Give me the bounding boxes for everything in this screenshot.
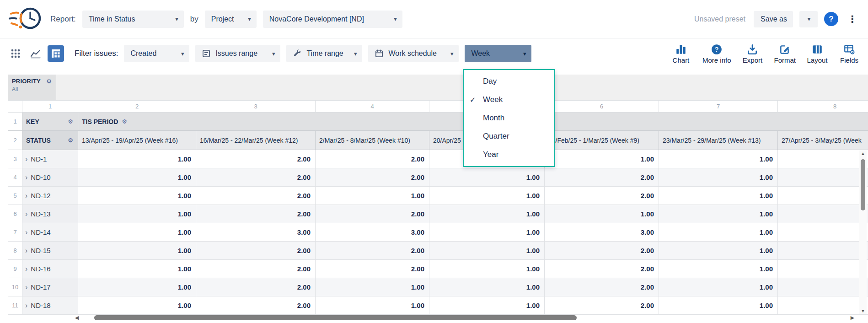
value-cell[interactable]: 2.00 [316,205,429,223]
value-cell[interactable]: 2.00 [196,168,316,187]
value-cell[interactable]: 2.00 [196,260,316,278]
week-column-header[interactable]: 23/Mar/25 - 29/Mar/25 (Week #13) [659,131,778,150]
period-select-open[interactable]: Week ▾ [465,45,531,62]
value-cell[interactable]: 2.00 [196,278,316,296]
gear-icon[interactable]: ⚙ [122,118,127,125]
value-cell[interactable]: 1.00 [429,296,545,315]
issue-key-cell[interactable]: ›ND-1 [22,150,78,168]
value-cell[interactable]: 2.00 [316,242,429,260]
expand-row-icon[interactable]: › [25,301,27,309]
issue-key-cell[interactable]: ›ND-17 [22,278,78,296]
period-option-quarter[interactable]: Quarter [464,127,554,145]
value-cell[interactable]: 2.00 [196,296,316,315]
issue-key-cell[interactable]: ›ND-15 [22,242,78,260]
value-cell[interactable]: 1.00 [429,260,545,278]
group-by-select[interactable]: Project ▾ [205,11,257,28]
gear-icon[interactable]: ⚙ [68,137,73,144]
vertical-scrollbar[interactable]: ▲ ▼ [859,150,867,314]
value-cell[interactable] [778,278,868,296]
value-cell[interactable]: 3.00 [196,223,316,242]
value-cell[interactable]: 2.00 [316,260,429,278]
value-cell[interactable]: 1.00 [316,278,429,296]
value-cell[interactable]: 1.00 [78,150,196,168]
value-cell[interactable]: 3.00 [316,223,429,242]
value-cell[interactable]: 2.00 [196,242,316,260]
save-as-menu-button[interactable]: ▾ [799,11,818,27]
value-cell[interactable]: 1.00 [78,278,196,296]
value-cell[interactable]: 2.00 [196,150,316,168]
work-schedule-button[interactable]: Work schedule ▾ [368,45,459,62]
chart-view-button[interactable] [27,45,44,62]
save-as-button[interactable]: Save as [754,11,793,27]
value-cell[interactable] [778,168,868,187]
layout-action-button[interactable]: Layout [807,43,828,64]
filter-issues-select[interactable]: Created ▾ [124,45,189,62]
value-cell[interactable]: 1.00 [545,150,659,168]
value-cell[interactable]: 2.00 [545,260,659,278]
week-column-header[interactable]: 16/Mar/25 - 22/Mar/25 (Week #12) [196,131,316,150]
issue-key-cell[interactable]: ›ND-10 [22,168,78,187]
value-cell[interactable]: 1.00 [659,168,778,187]
issue-key-cell[interactable]: ›ND-13 [22,205,78,223]
column-number[interactable]: 6 [545,101,659,113]
expand-row-icon[interactable]: › [25,265,27,273]
vertical-scroll-thumb[interactable] [861,159,865,210]
value-cell[interactable] [778,223,868,242]
priority-filter-cell[interactable]: PRIORITY ⚙ All [8,75,56,100]
value-cell[interactable]: 1.00 [659,187,778,205]
value-cell[interactable]: 1.00 [78,260,196,278]
overflow-menu-icon[interactable]: ⋮ [845,14,860,25]
value-cell[interactable]: 1.00 [659,296,778,315]
value-cell[interactable]: 1.00 [659,278,778,296]
chart-action-button[interactable]: Chart [670,43,691,64]
value-cell[interactable]: 1.00 [659,242,778,260]
week-column-header[interactable]: 27/Apr/25 - 3/May/25 (Week [778,131,868,150]
expand-row-icon[interactable]: › [25,228,27,236]
value-cell[interactable]: 1.00 [316,296,429,315]
scroll-left-icon[interactable]: ◀ [73,315,80,321]
pivot-view-button-active[interactable] [48,45,64,62]
value-cell[interactable]: 1.00 [429,187,545,205]
value-cell[interactable] [778,242,868,260]
value-cell[interactable]: 1.00 [429,168,545,187]
column-number[interactable]: 3 [196,101,316,113]
value-cell[interactable]: 2.00 [545,187,659,205]
value-cell[interactable]: 2.00 [196,205,316,223]
issues-range-button[interactable]: Issues range ▾ [195,45,280,62]
gear-icon[interactable]: ⚙ [46,78,52,85]
expand-row-icon[interactable]: › [25,247,27,254]
value-cell[interactable]: 1.00 [429,278,545,296]
column-number[interactable]: 7 [659,101,778,113]
value-cell[interactable] [778,150,868,168]
scroll-up-icon[interactable]: ▲ [859,151,867,156]
value-cell[interactable]: 1.00 [659,223,778,242]
value-cell[interactable]: 1.00 [429,223,545,242]
value-cell[interactable]: 3.00 [545,223,659,242]
more-info-action-button[interactable]: ? More info [702,43,731,64]
value-cell[interactable]: 2.00 [545,242,659,260]
value-cell[interactable]: 1.00 [78,242,196,260]
issue-key-cell[interactable]: ›ND-16 [22,260,78,278]
column-number[interactable]: 2 [78,101,196,113]
issue-key-cell[interactable]: ›ND-14 [22,223,78,242]
value-cell[interactable]: 1.00 [316,187,429,205]
export-action-button[interactable]: Export [742,43,763,64]
issue-key-cell[interactable]: ›ND-18 [22,296,78,315]
expand-row-icon[interactable]: › [25,155,27,163]
value-cell[interactable]: 2.00 [316,150,429,168]
report-type-select[interactable]: Time in Status ▾ [82,11,184,28]
column-number[interactable]: 1 [22,101,78,113]
column-number[interactable]: 4 [316,101,429,113]
issue-key-cell[interactable]: ›ND-12 [22,187,78,205]
column-number[interactable]: 8 [778,101,868,113]
value-cell[interactable]: 2.00 [545,296,659,315]
horizontal-scroll-thumb[interactable] [94,315,577,320]
expand-row-icon[interactable]: › [25,283,27,291]
help-icon[interactable]: ? [824,12,838,26]
value-cell[interactable]: 1.00 [78,223,196,242]
period-option-week[interactable]: ✓Week [464,91,554,109]
gear-icon[interactable]: ⚙ [68,118,73,125]
key-column-header[interactable]: KEY ⚙ [22,113,78,131]
value-cell[interactable]: 2.00 [545,168,659,187]
period-option-year[interactable]: Year [464,145,554,164]
